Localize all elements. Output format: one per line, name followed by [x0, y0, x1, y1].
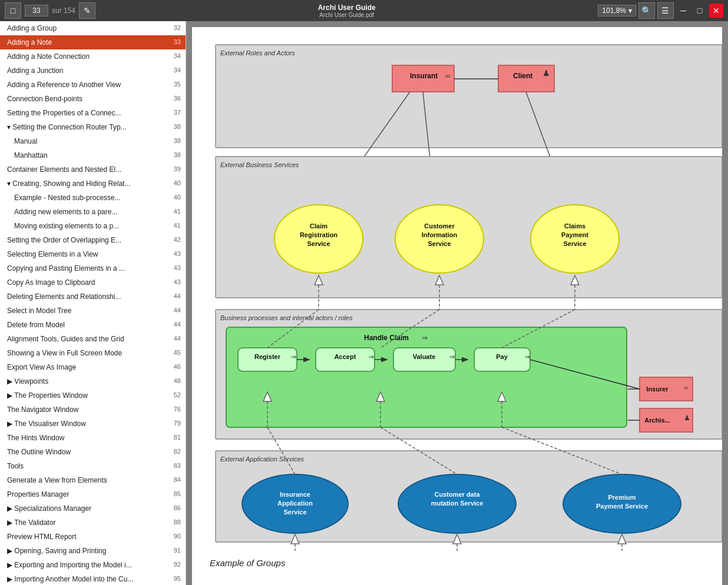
sidebar-page-num: 45 [174, 348, 181, 358]
sidebar-item-validator[interactable]: ▶ The Validator 88 [0, 516, 186, 530]
sidebar-item-label: Showing a View in Full Screen Mode [7, 348, 122, 358]
sidebar-item-generate-view[interactable]: Generate a View from Elements 84 [0, 473, 186, 487]
sidebar-page-num: 43 [174, 249, 181, 260]
sidebar-item-tools[interactable]: Tools 83 [0, 459, 186, 473]
sidebar-item-exporting[interactable]: ▶ Exporting and Importing the Model i...… [0, 558, 186, 572]
sidebar-item-preview-html[interactable]: Preview HTML Report 90 [0, 530, 186, 544]
sidebar-item-viewpoints[interactable]: ▶ Viewpoints 48 [0, 374, 186, 388]
sidebar-item-copy-image[interactable]: Copy As Image to Clipboard 43 [0, 275, 186, 290]
sidebar-item-label: Selecting Elements in a View [7, 249, 98, 260]
sidebar-page-num: 38 [174, 150, 181, 161]
sidebar-item-label: Moving existing elements to a p... [14, 221, 119, 231]
sidebar-item-adding-note[interactable]: Adding a Note 33 [0, 35, 186, 49]
pdf-page: External Roles and Actors Insurant ∞ Cli… [192, 27, 722, 585]
edit-icon[interactable]: ✎ [79, 2, 95, 19]
sidebar: Adding a Group 32 Adding a Note 33 Addin… [0, 21, 186, 585]
sidebar-item-label: Export View As Image [7, 362, 76, 373]
sidebar-item-adding-junction[interactable]: Adding a Junction 34 [0, 64, 186, 78]
page-number[interactable]: 33 [25, 5, 48, 16]
sidebar-item-specializations[interactable]: ▶ Specializations Manager 86 [0, 501, 186, 516]
sidebar-item-hints-window[interactable]: The Hints Window 81 [0, 431, 186, 445]
sidebar-item-adding-group[interactable]: Adding a Group 32 [0, 21, 186, 35]
svg-text:⇒: ⇒ [291, 353, 296, 360]
content-area[interactable]: External Roles and Actors Insurant ∞ Cli… [186, 21, 728, 585]
sidebar-page-num: 43 [174, 277, 181, 288]
expand-icon: ▶ [7, 420, 14, 428]
sidebar-page-num: 95 [174, 574, 181, 584]
sidebar-item-outline-window[interactable]: The Outline Window 82 [0, 445, 186, 459]
sidebar-item-label: Delete from Model [7, 320, 65, 330]
sidebar-item-importing[interactable]: ▶ Importing Another Model into the Cu...… [0, 572, 186, 585]
sidebar-page-num: 46 [174, 362, 181, 373]
sidebar-item-visualiser-window[interactable]: ▶ The Visualiser Window 79 [0, 417, 186, 431]
menu-icon[interactable]: ☰ [657, 2, 674, 19]
sidebar-item-selecting[interactable]: Selecting Elements in a View 43 [0, 247, 186, 261]
sidebar-item-label: Copy As Image to Clipboard [7, 277, 95, 288]
sidebar-item-deleting[interactable]: Deleting Elements and Relationshi... 44 [0, 290, 186, 304]
sidebar-item-manhattan[interactable]: Manhattan 38 [0, 148, 186, 162]
sidebar-page-num: 82 [174, 447, 181, 457]
sidebar-page-num: 41 [174, 221, 181, 231]
close-button[interactable]: ✕ [709, 4, 723, 18]
sidebar-page-num: 40 [174, 192, 181, 203]
minimize-button[interactable]: ─ [676, 4, 690, 18]
sidebar-page-num: 34 [174, 65, 181, 76]
svg-text:Application: Application [277, 500, 313, 507]
sidebar-item-adding-note-conn[interactable]: Adding a Note Connection 34 [0, 49, 186, 64]
sidebar-page-num: 34 [174, 51, 181, 62]
maximize-button[interactable]: □ [693, 4, 707, 18]
search-icon[interactable]: 🔍 [638, 2, 655, 19]
sidebar-item-connection-bend[interactable]: Connection Bend-points 36 [0, 92, 186, 106]
sidebar-item-properties-window[interactable]: ▶ The Properties Window 52 [0, 388, 186, 403]
svg-text:Registration: Registration [300, 231, 337, 238]
sidebar-item-creating-showing[interactable]: ▾ Creating, Showing and Hiding Relat... … [0, 177, 186, 191]
sidebar-item-full-screen[interactable]: Showing a View in Full Screen Mode 45 [0, 346, 186, 360]
sidebar-page-num: 91 [174, 546, 181, 556]
top-bar-right: 101,8% ▾ 🔍 ☰ ─ □ ✕ [598, 2, 723, 19]
svg-rect-26 [226, 327, 627, 427]
sidebar-item-label: ▶ The Properties Window [7, 390, 88, 401]
svg-text:Service: Service [283, 508, 306, 516]
sidebar-page-num: 86 [174, 503, 181, 514]
customer-info-label: Customer [424, 222, 455, 230]
sidebar-item-setting-order[interactable]: Setting the Order of Overlapping E... 42 [0, 233, 186, 247]
sidebar-item-adding-new[interactable]: Adding new elements to a pare... 41 [0, 205, 186, 219]
sidebar-item-label: ▶ Viewpoints [7, 376, 48, 387]
sidebar-item-label: Example - Nested sub-processe... [14, 192, 121, 203]
sidebar-item-router-type[interactable]: ▾ Setting the Connection Router Typ... 3… [0, 120, 186, 134]
diagram-container: External Roles and Actors Insurant ∞ Cli… [210, 39, 704, 568]
claim-reg-label: Claim [310, 222, 327, 230]
svg-text:Payment Service: Payment Service [596, 503, 648, 510]
sidebar-item-container[interactable]: Container Elements and Nested El... 39 [0, 162, 186, 177]
sidebar-page-num: 44 [174, 320, 181, 330]
sidebar-item-alignment[interactable]: Alignment Tools, Guides and the Grid 44 [0, 332, 186, 346]
app-icon[interactable]: □ [5, 2, 21, 19]
sidebar-item-select-model[interactable]: Select in Model Tree 44 [0, 304, 186, 318]
sidebar-page-num: 36 [174, 94, 181, 104]
sidebar-item-moving-existing[interactable]: Moving existing elements to a p... 41 [0, 219, 186, 233]
sidebar-item-manual[interactable]: Manual 38 [0, 134, 186, 148]
valuate-label: Valuate [413, 353, 436, 360]
page-total: sur 154 [52, 6, 75, 15]
zoom-selector[interactable]: 101,8% ▾ [598, 5, 636, 16]
sidebar-item-label: Select in Model Tree [7, 305, 71, 316]
sidebar-page-num: 38 [174, 136, 181, 147]
sidebar-item-label: Adding a Note [7, 37, 52, 48]
sidebar-item-adding-reference[interactable]: Adding a Reference to Another View 35 [0, 78, 186, 92]
sidebar-item-label: Connection Bend-points [7, 94, 82, 104]
sidebar-item-label: Properties Manager [7, 489, 69, 500]
sidebar-item-opening-saving[interactable]: ▶ Opening, Saving and Printing 91 [0, 544, 186, 558]
sidebar-item-copying[interactable]: Copying and Pasting Elements in a ... 43 [0, 261, 186, 275]
top-bar-left: □ 33 sur 154 ✎ [5, 2, 95, 19]
svg-text:⇒: ⇒ [422, 334, 428, 342]
sidebar-item-setting-props[interactable]: Setting the Properties of a Connec... 37 [0, 106, 186, 120]
sidebar-page-num: 81 [174, 433, 181, 443]
sidebar-item-properties-manager[interactable]: Properties Manager 85 [0, 487, 186, 501]
svg-text:Service: Service [428, 240, 451, 247]
sidebar-item-example-nested[interactable]: Example - Nested sub-processe... 40 [0, 191, 186, 205]
sidebar-item-export-image[interactable]: Export View As Image 46 [0, 360, 186, 374]
sidebar-page-num: 48 [174, 376, 181, 387]
sidebar-item-delete-model[interactable]: Delete from Model 44 [0, 318, 186, 332]
sidebar-item-navigator-window[interactable]: The Navigator Window 76 [0, 403, 186, 417]
expand-icon: ▾ [7, 180, 12, 188]
